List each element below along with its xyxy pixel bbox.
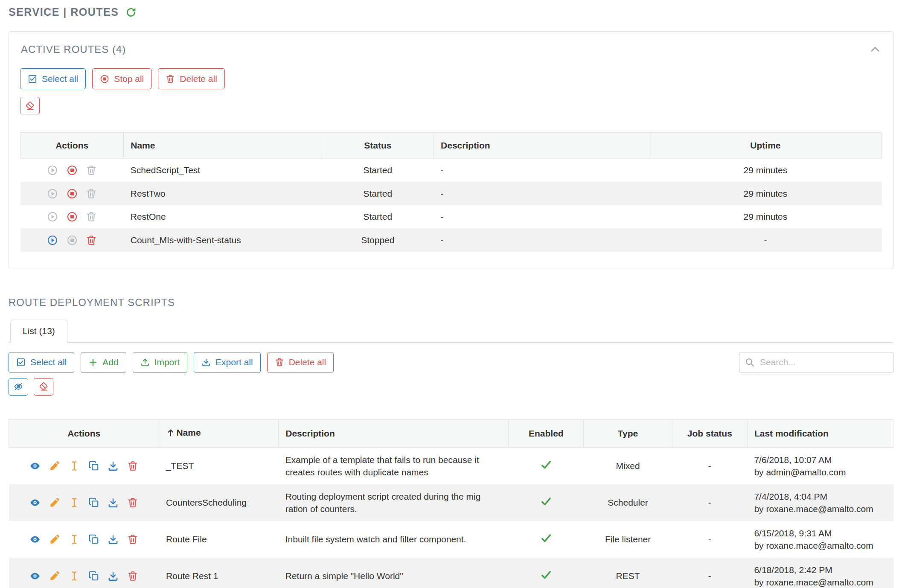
select-all-button[interactable]: Select all — [9, 352, 74, 373]
play-icon — [47, 235, 58, 246]
start-route-button[interactable] — [47, 211, 58, 222]
column-header-type[interactable]: Type — [584, 419, 672, 447]
stop-icon — [67, 235, 78, 246]
script-name: _TEST — [159, 447, 279, 484]
eye-icon — [29, 460, 41, 472]
checkbox-icon — [16, 358, 26, 367]
delete-route-button[interactable] — [86, 188, 97, 199]
route-description: - — [434, 205, 649, 228]
route-status: Started — [322, 205, 434, 228]
delete-route-button[interactable] — [86, 211, 97, 222]
rename-script-button[interactable] — [69, 534, 80, 545]
collapse-panel-button[interactable] — [869, 44, 881, 55]
script-description: Inbuilt file system watch and filter com… — [279, 521, 509, 558]
rename-script-button[interactable] — [69, 460, 80, 472]
toggle-visibility-button[interactable] — [9, 378, 28, 396]
rename-script-button[interactable] — [69, 571, 80, 582]
delete-script-button[interactable] — [127, 534, 138, 545]
description-line: Inbuilt file system watch and filter com… — [285, 533, 502, 545]
export-all-button[interactable]: Export all — [194, 352, 261, 373]
trash-icon — [127, 460, 138, 472]
delete-route-button[interactable] — [86, 165, 97, 176]
duplicate-script-button[interactable] — [88, 497, 99, 508]
route-uptime: 29 minutes — [649, 159, 882, 182]
start-route-button[interactable] — [47, 165, 58, 176]
description-line: Return a simple "Hello World" — [285, 570, 502, 582]
pencil-icon — [49, 534, 60, 545]
select-all-button[interactable]: Select all — [20, 68, 86, 89]
edit-script-button[interactable] — [49, 534, 60, 545]
check-icon — [541, 459, 552, 470]
script-actions — [9, 558, 159, 588]
export-script-button[interactable] — [108, 497, 119, 508]
script-name: Route File — [159, 521, 279, 558]
import-label: Import — [154, 357, 180, 367]
export-script-button[interactable] — [108, 571, 119, 582]
edit-script-button[interactable] — [49, 460, 60, 472]
stop-route-button[interactable] — [67, 211, 78, 222]
route-actions — [20, 182, 124, 205]
clear-selection-button[interactable] — [20, 97, 40, 114]
checkbox-icon — [28, 74, 37, 84]
delete-script-button[interactable] — [127, 460, 138, 472]
rename-script-button[interactable] — [69, 497, 80, 508]
active-routes-title: ACTIVE ROUTES (4) — [21, 44, 126, 55]
tab-list[interactable]: List (13) — [10, 320, 67, 343]
clear-selection-button[interactable] — [34, 378, 53, 396]
view-script-button[interactable] — [29, 534, 41, 545]
stop-route-button[interactable] — [67, 235, 78, 246]
delete-script-button[interactable] — [127, 571, 138, 582]
column-header-last-modification[interactable]: Last modification — [747, 419, 893, 447]
download-icon — [108, 534, 119, 545]
trash-icon — [127, 497, 138, 508]
column-header-description[interactable]: Description — [279, 419, 509, 447]
route-name: SchedScript_Test — [124, 159, 322, 182]
script-enabled — [509, 484, 584, 521]
edit-script-button[interactable] — [49, 497, 60, 508]
script-name: CountersScheduling — [159, 484, 279, 521]
duplicate-script-button[interactable] — [88, 534, 99, 545]
plus-icon — [88, 358, 98, 367]
trash-icon — [275, 358, 284, 367]
route-status: Started — [322, 182, 434, 205]
select-all-label: Select all — [42, 74, 78, 84]
column-header-name[interactable]: Name — [159, 419, 279, 447]
modified-date: 6/18/2018, 2:42 PM — [754, 564, 886, 576]
stop-all-button[interactable]: Stop all — [92, 68, 151, 89]
column-header-job-status[interactable]: Job status — [672, 419, 747, 447]
scripts-toolbar: Select all Add Import Export all Delete … — [9, 352, 893, 373]
delete-all-button[interactable]: Delete all — [158, 68, 225, 89]
view-script-button[interactable] — [29, 497, 41, 508]
pencil-icon — [49, 497, 60, 508]
delete-route-button[interactable] — [86, 235, 97, 246]
duplicate-script-button[interactable] — [88, 571, 99, 582]
script-description: Example of a template that fails to run … — [279, 447, 509, 484]
column-header-enabled[interactable]: Enabled — [509, 419, 584, 447]
start-route-button[interactable] — [47, 188, 58, 199]
edit-script-button[interactable] — [49, 571, 60, 582]
script-type: REST — [584, 558, 672, 588]
script-type: Scheduler — [584, 484, 672, 521]
add-button[interactable]: Add — [81, 352, 126, 373]
stop-route-button[interactable] — [67, 165, 78, 176]
delete-all-button[interactable]: Delete all — [267, 352, 334, 373]
route-name: Count_MIs-with-Sent-status — [124, 228, 322, 251]
column-header-name: Name — [124, 133, 322, 159]
route-uptime: 29 minutes — [649, 205, 882, 228]
view-script-button[interactable] — [29, 460, 41, 472]
delete-script-button[interactable] — [127, 497, 138, 508]
trash-icon — [86, 165, 97, 176]
export-script-button[interactable] — [108, 534, 119, 545]
view-script-button[interactable] — [29, 571, 41, 582]
start-route-button[interactable] — [47, 235, 58, 246]
refresh-button[interactable] — [125, 7, 137, 18]
column-header-status: Status — [322, 133, 434, 159]
import-button[interactable]: Import — [133, 352, 188, 373]
duplicate-script-button[interactable] — [88, 460, 99, 472]
pencil-icon — [49, 460, 60, 472]
modified-date: 6/15/2018, 9:31 AM — [754, 527, 886, 539]
stop-route-button[interactable] — [67, 188, 78, 199]
check-icon — [541, 533, 552, 544]
search-input[interactable] — [739, 352, 893, 373]
export-script-button[interactable] — [108, 460, 119, 472]
